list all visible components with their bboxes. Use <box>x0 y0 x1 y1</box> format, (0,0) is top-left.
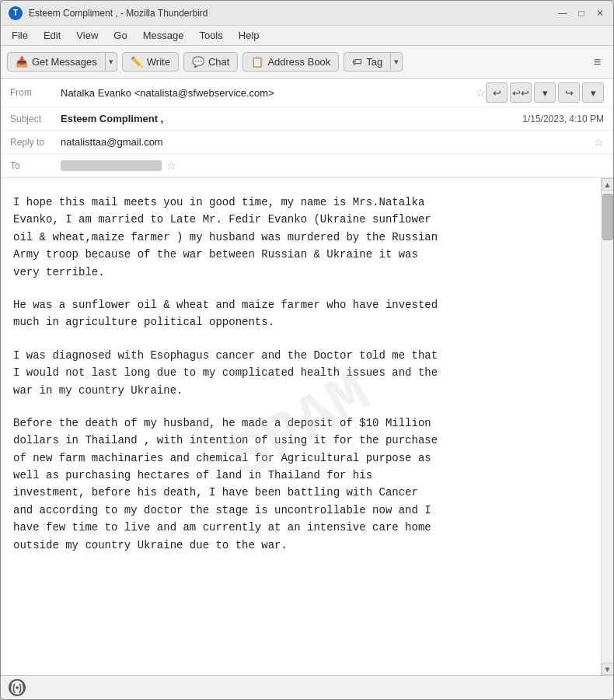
email-date: 1/15/2023, 4:10 PM <box>522 114 604 124</box>
get-messages-icon: 📥 <box>16 56 28 68</box>
reply-to-value: natalisttaa@gmail.com <box>61 136 589 148</box>
address-book-label: Address Book <box>267 56 330 68</box>
tag-icon: 🏷 <box>352 56 362 68</box>
scroll-thumb[interactable] <box>602 194 613 240</box>
from-row: From Natalka Evanko <natalista@sfwebserv… <box>1 79 613 107</box>
email-body-container: SPAM I hope this mail meets you in good … <box>1 178 613 675</box>
minimize-button[interactable]: — <box>557 8 568 19</box>
menu-go[interactable]: Go <box>107 28 133 43</box>
email-body[interactable]: SPAM I hope this mail meets you in good … <box>1 178 601 675</box>
get-messages-dropdown[interactable]: ▾ <box>106 52 117 72</box>
reply-to-row: Reply to natalisttaa@gmail.com ☆ <box>1 131 613 154</box>
write-label: Write <box>147 56 170 68</box>
to-row: To ☆ <box>1 154 613 177</box>
from-value: Natalka Evanko <natalista@sfwebservice.c… <box>61 87 471 99</box>
menu-view[interactable]: View <box>70 28 104 43</box>
body-paragraph-2: He was a sunflower oil & wheat and maize… <box>13 296 588 331</box>
menu-edit[interactable]: Edit <box>37 28 67 43</box>
menu-tools[interactable]: Tools <box>193 28 229 43</box>
chat-button[interactable]: 💬 Chat <box>183 52 238 72</box>
tag-button[interactable]: 🏷 Tag <box>344 52 391 72</box>
chat-icon: 💬 <box>192 56 204 68</box>
from-star-icon[interactable]: ☆ <box>476 86 486 99</box>
subject-row: Subject Esteem Compliment , 1/15/2023, 4… <box>1 107 613 131</box>
body-paragraph-3: I was diagnosed with Esophagus cancer an… <box>13 347 588 399</box>
subject-label: Subject <box>10 114 61 124</box>
statusbar: ((•)) <box>1 675 613 699</box>
write-icon: ✏️ <box>131 56 143 68</box>
expand-button[interactable]: ▾ <box>534 82 556 103</box>
more-button[interactable]: ▾ <box>582 82 604 103</box>
reply-to-star-icon[interactable]: ☆ <box>594 136 604 149</box>
reply-buttons: ↩ ↩↩ ▾ ↪ ▾ <box>486 82 604 103</box>
email-header: From Natalka Evanko <natalista@sfwebserv… <box>1 79 613 178</box>
menu-file[interactable]: File <box>5 28 34 43</box>
get-messages-button[interactable]: 📥 Get Messages <box>7 52 106 72</box>
body-paragraph-1: I hope this mail meets you in good time,… <box>13 194 588 281</box>
write-button[interactable]: ✏️ Write <box>122 52 179 72</box>
to-value-blurred <box>61 160 162 171</box>
subject-value: Esteem Compliment , <box>61 113 522 124</box>
address-book-button[interactable]: 📋 Address Book <box>242 52 339 72</box>
body-paragraph-4: Before the death of my husband, he made … <box>13 415 588 554</box>
scroll-down-button[interactable]: ▼ <box>602 663 614 675</box>
reply-back-button[interactable]: ↩ <box>486 82 508 103</box>
tag-group: 🏷 Tag ▾ <box>344 52 403 72</box>
tag-dropdown[interactable]: ▾ <box>391 52 403 72</box>
chat-label: Chat <box>208 56 229 68</box>
maximize-button[interactable]: □ <box>576 8 587 19</box>
to-star-icon[interactable]: ☆ <box>166 159 176 172</box>
toolbar: 📥 Get Messages ▾ ✏️ Write 💬 Chat 📋 Addre… <box>1 46 613 79</box>
get-messages-label: Get Messages <box>32 56 97 68</box>
scroll-up-button[interactable]: ▲ <box>602 178 614 191</box>
hamburger-menu[interactable]: ≡ <box>588 52 607 72</box>
tag-label: Tag <box>366 56 382 68</box>
app-icon: T <box>9 6 23 20</box>
connection-status-icon: ((•)) <box>9 679 26 696</box>
menubar: File Edit View Go Message Tools Help <box>1 26 613 46</box>
menu-message[interactable]: Message <box>137 28 190 43</box>
from-label: From <box>10 87 61 98</box>
reply-to-label: Reply to <box>10 137 61 148</box>
scrollbar[interactable]: ▲ ▼ <box>601 178 613 675</box>
forward-button[interactable]: ↪ <box>558 82 580 103</box>
get-messages-group: 📥 Get Messages ▾ <box>7 52 117 72</box>
reply-all-button[interactable]: ↩↩ <box>510 82 532 103</box>
titlebar: T Esteem Compliment , - Mozilla Thunderb… <box>1 1 613 26</box>
window-title: Esteem Compliment , - Mozilla Thunderbir… <box>29 8 551 19</box>
menu-help[interactable]: Help <box>232 28 266 43</box>
close-button[interactable]: ✕ <box>595 8 605 19</box>
to-label: To <box>10 160 61 171</box>
address-book-icon: 📋 <box>251 56 263 68</box>
main-window: T Esteem Compliment , - Mozilla Thunderb… <box>0 0 614 700</box>
window-controls: — □ ✕ <box>557 8 605 19</box>
